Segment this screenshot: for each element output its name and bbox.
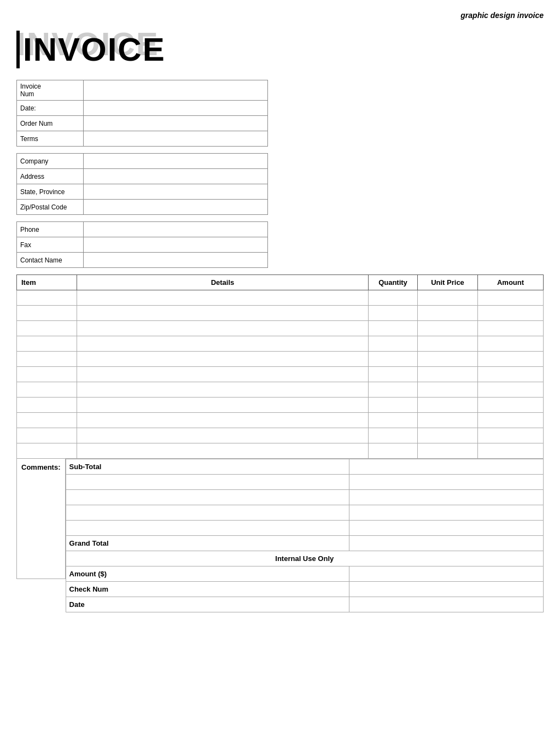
extra-value-4[interactable] <box>349 521 544 536</box>
item-cell[interactable] <box>17 398 77 413</box>
amount-cell[interactable] <box>478 336 544 352</box>
amount-cell[interactable] <box>478 443 544 459</box>
amount-cell[interactable] <box>478 321 544 336</box>
date-value[interactable] <box>84 101 268 116</box>
quantity-cell[interactable] <box>369 428 418 443</box>
item-cell[interactable] <box>17 382 77 398</box>
item-cell[interactable] <box>17 306 77 321</box>
amount-cell[interactable] <box>478 290 544 306</box>
company-value[interactable] <box>84 154 268 169</box>
details-cell[interactable] <box>77 306 369 321</box>
extra-value-3[interactable] <box>349 505 544 521</box>
amount-cell[interactable] <box>478 352 544 367</box>
extra-label-1[interactable] <box>66 475 349 490</box>
details-cell[interactable] <box>77 398 369 413</box>
quantity-cell[interactable] <box>369 306 418 321</box>
extra-label-2[interactable] <box>66 490 349 505</box>
state-province-value[interactable] <box>84 184 268 200</box>
unit-price-cell[interactable] <box>418 352 478 367</box>
table-row <box>17 306 544 321</box>
amount-header: Amount <box>478 275 544 290</box>
details-cell[interactable] <box>77 290 369 306</box>
quantity-cell[interactable] <box>369 382 418 398</box>
unit-price-cell[interactable] <box>418 398 478 413</box>
internal-date-value[interactable] <box>349 597 544 612</box>
table-row <box>17 413 544 428</box>
phone-label: Phone <box>17 222 84 237</box>
quantity-cell[interactable] <box>369 398 418 413</box>
address-value[interactable] <box>84 169 268 184</box>
grand-total-label: Grand Total <box>66 536 349 551</box>
quantity-cell[interactable] <box>369 352 418 367</box>
details-cell[interactable] <box>77 336 369 352</box>
details-cell[interactable] <box>77 367 369 382</box>
item-cell[interactable] <box>17 443 77 459</box>
invoice-info-table: InvoiceNum Date: Order Num Terms <box>16 80 268 147</box>
address-label: Address <box>17 169 84 184</box>
table-row <box>17 428 544 443</box>
invoice-num-value[interactable] <box>84 80 268 101</box>
company-label: Company <box>17 154 84 169</box>
quantity-cell[interactable] <box>369 321 418 336</box>
details-cell[interactable] <box>77 413 369 428</box>
items-table: Item Details Quantity Unit Price Amount <box>16 274 544 459</box>
unit-price-cell[interactable] <box>418 290 478 306</box>
unit-price-cell[interactable] <box>418 382 478 398</box>
table-row: Contact Name <box>17 253 268 268</box>
quantity-cell[interactable] <box>369 336 418 352</box>
extra-label-3[interactable] <box>66 505 349 521</box>
phone-value[interactable] <box>84 222 268 237</box>
quantity-cell[interactable] <box>369 367 418 382</box>
item-cell[interactable] <box>17 352 77 367</box>
fax-label: Fax <box>17 237 84 253</box>
extra-label-4[interactable] <box>66 521 349 536</box>
amount-cell[interactable] <box>478 367 544 382</box>
item-cell[interactable] <box>17 290 77 306</box>
extra-value-2[interactable] <box>349 490 544 505</box>
unit-price-cell[interactable] <box>418 306 478 321</box>
table-row: Fax <box>17 237 268 253</box>
details-cell[interactable] <box>77 443 369 459</box>
check-num-row: Check Num <box>66 582 543 597</box>
details-cell[interactable] <box>77 428 369 443</box>
fax-value[interactable] <box>84 237 268 253</box>
item-cell[interactable] <box>17 413 77 428</box>
details-cell[interactable] <box>77 382 369 398</box>
invoice-num-label: InvoiceNum <box>17 80 84 101</box>
amount-cell[interactable] <box>478 398 544 413</box>
unit-price-cell[interactable] <box>418 321 478 336</box>
invoice-title-main: INVOICE <box>16 31 166 68</box>
item-cell[interactable] <box>17 428 77 443</box>
quantity-cell[interactable] <box>369 443 418 459</box>
order-num-value[interactable] <box>84 116 268 131</box>
unit-price-cell[interactable] <box>418 443 478 459</box>
internal-use-header-row: Internal Use Only <box>66 551 543 566</box>
extra-row-4 <box>66 521 543 536</box>
amount-dollar-value[interactable] <box>349 566 544 582</box>
amount-cell[interactable] <box>478 382 544 398</box>
table-row: Company <box>17 154 268 169</box>
unit-price-cell[interactable] <box>418 413 478 428</box>
details-cell[interactable] <box>77 352 369 367</box>
amount-cell[interactable] <box>478 306 544 321</box>
quantity-cell[interactable] <box>369 413 418 428</box>
item-cell[interactable] <box>17 367 77 382</box>
amount-cell[interactable] <box>478 428 544 443</box>
zip-value[interactable] <box>84 200 268 215</box>
grand-total-value[interactable] <box>349 536 544 551</box>
quantity-cell[interactable] <box>369 290 418 306</box>
table-row: Zip/Postal Code <box>17 200 268 215</box>
unit-price-cell[interactable] <box>418 367 478 382</box>
amount-cell[interactable] <box>478 413 544 428</box>
unit-price-cell[interactable] <box>418 428 478 443</box>
extra-value-1[interactable] <box>349 475 544 490</box>
item-cell[interactable] <box>17 321 77 336</box>
unit-price-cell[interactable] <box>418 336 478 352</box>
details-cell[interactable] <box>77 321 369 336</box>
check-num-value[interactable] <box>349 582 544 597</box>
terms-value[interactable] <box>84 131 268 147</box>
contact-name-value[interactable] <box>84 253 268 268</box>
subtotal-value[interactable] <box>349 459 544 475</box>
internal-date-label: Date <box>66 597 349 612</box>
item-cell[interactable] <box>17 336 77 352</box>
